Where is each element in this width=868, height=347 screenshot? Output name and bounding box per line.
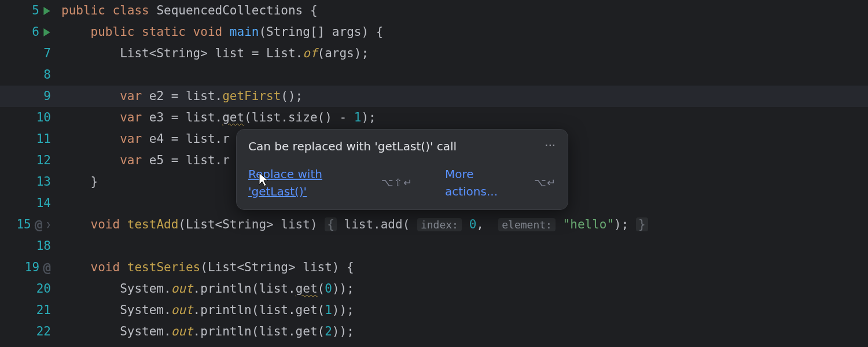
- code-editor[interactable]: 5 6 7 8 9 10 11 12 13 14 15@❯ 18 19@ 20 …: [0, 0, 868, 347]
- param-hint: index:: [417, 218, 462, 231]
- line-number: 22: [36, 321, 51, 342]
- annotation-icon[interactable]: @: [43, 257, 51, 278]
- gutter: 5 6 7 8 9 10 11 12 13 14 15@❯ 18 19@ 20 …: [0, 0, 56, 347]
- line-number: 9: [38, 86, 51, 107]
- code-line: List<String> list = List.of(args);: [61, 43, 868, 64]
- line-number: 14: [36, 193, 51, 214]
- run-icon[interactable]: [43, 28, 51, 36]
- line-number: 21: [36, 300, 51, 321]
- gutter-row: 22: [0, 321, 56, 342]
- line-number: 20: [36, 278, 51, 300]
- code-line: void testAdd(List<String> list) { list.a…: [61, 214, 868, 235]
- fold-brace[interactable]: }: [636, 217, 648, 231]
- more-actions-link[interactable]: More actions...: [445, 165, 518, 200]
- code-line: [61, 235, 868, 257]
- line-number: 13: [36, 171, 51, 193]
- inspection-tooltip: Can be replaced with 'getLast()' call ⋮ …: [236, 129, 568, 210]
- code-line: var e3 = list.get(list.size() - 1);: [61, 107, 868, 128]
- gutter-row: 7: [0, 43, 56, 64]
- gutter-row: 19@: [0, 257, 56, 278]
- gutter-row: 14: [0, 193, 56, 214]
- chevron-right-icon[interactable]: ❯: [46, 214, 51, 235]
- run-icon[interactable]: [43, 7, 51, 15]
- gutter-row: 18: [0, 235, 56, 257]
- line-number: 15: [16, 214, 31, 235]
- kebab-menu-icon[interactable]: ⋮: [545, 138, 556, 153]
- shortcut-hint: ⌥⇧↵: [381, 174, 413, 191]
- code-line: void testSeries(List<String> list) {: [61, 257, 868, 278]
- line-number: 10: [36, 107, 51, 128]
- gutter-row: 15@❯: [0, 214, 56, 235]
- fold-brace[interactable]: {: [325, 217, 337, 231]
- line-number: 6: [27, 21, 39, 43]
- line-number: 18: [36, 235, 51, 257]
- annotation-icon[interactable]: @: [35, 214, 43, 235]
- code-line: System.out.println(list.get(2));: [61, 321, 868, 342]
- code-line: System.out.println(list.get(1));: [61, 300, 868, 321]
- code-line: System.out.println(list.get(0));: [61, 278, 868, 300]
- code-line: public class SequencedCollections {: [61, 0, 868, 21]
- gutter-row: 20: [0, 278, 56, 300]
- gutter-row: 5: [0, 0, 56, 21]
- gutter-row: 13: [0, 171, 56, 193]
- line-number: 19: [25, 257, 39, 278]
- line-number: 7: [38, 43, 51, 64]
- gutter-row: 11: [0, 128, 56, 150]
- gutter-row: 10: [0, 107, 56, 128]
- quickfix-primary-link[interactable]: Replace with 'getLast()': [248, 165, 365, 200]
- gutter-row: 8: [0, 64, 56, 86]
- shortcut-hint: ⌥↵: [534, 174, 556, 191]
- gutter-row: 6: [0, 21, 56, 43]
- gutter-row: 9: [0, 86, 56, 107]
- code-line: var e2 = list.getFirst();: [61, 86, 868, 107]
- line-number: 12: [36, 150, 51, 171]
- param-hint: element:: [498, 218, 556, 231]
- code-line: [61, 64, 868, 86]
- code-line: public static void main(String[] args) {: [61, 21, 868, 43]
- line-number: 8: [38, 64, 51, 86]
- tooltip-title: Can be replaced with 'getLast()' call: [248, 138, 457, 155]
- gutter-row: 12: [0, 150, 56, 171]
- gutter-row: 21: [0, 300, 56, 321]
- line-number: 5: [27, 0, 39, 21]
- line-number: 11: [36, 128, 51, 150]
